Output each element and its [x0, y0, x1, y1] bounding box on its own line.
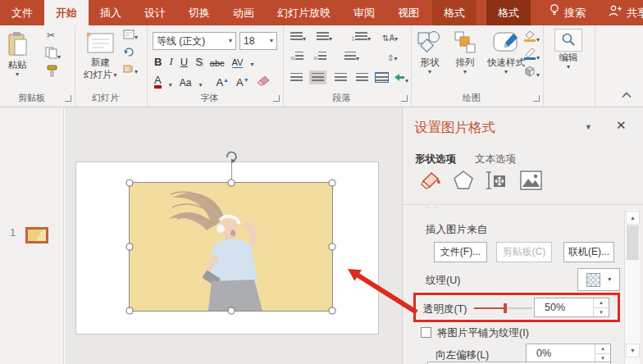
arrange-dropdown[interactable]: ▾	[463, 69, 467, 75]
resize-handle-s[interactable]	[227, 307, 235, 315]
font-dialog-launcher[interactable]	[273, 95, 280, 102]
smartart-convert-button[interactable]: ▾	[394, 73, 408, 85]
spin-down-icon[interactable]: ▼	[594, 307, 609, 317]
bullets-button[interactable]: ▾	[290, 32, 306, 43]
collapse-ribbon-button[interactable]	[622, 87, 632, 102]
fill-line-icon[interactable]	[419, 169, 442, 192]
shape-outline-button[interactable]: ▾	[523, 48, 540, 62]
tell-me-search[interactable]: 搜索	[537, 0, 597, 25]
share-button[interactable]: 共享	[597, 0, 643, 25]
underline-button[interactable]: U	[180, 56, 188, 68]
columns-button[interactable]: ▾	[344, 52, 359, 63]
paste-button[interactable]: 粘贴 ▾	[7, 31, 28, 78]
font-size-select[interactable]: 18▾	[239, 32, 277, 50]
tab-view[interactable]: 视图	[386, 0, 431, 25]
editing-button[interactable]: 编辑 ▾	[554, 29, 582, 71]
tab-transitions[interactable]: 切换	[177, 0, 221, 25]
slide-thumbnail-1[interactable]	[25, 227, 48, 243]
tab-review[interactable]: 审阅	[342, 0, 386, 25]
rotation-handle[interactable]	[224, 149, 239, 167]
format-painter-button[interactable]	[46, 65, 58, 80]
increase-indent-button[interactable]: »	[313, 52, 326, 63]
font-color-button[interactable]: A	[154, 75, 162, 89]
clear-formatting-button[interactable]	[257, 75, 270, 89]
change-case-dropdown[interactable]: ▾	[198, 82, 202, 89]
copy-button[interactable]: ▾	[45, 47, 61, 61]
shape-effects-button[interactable]: ▾	[523, 66, 540, 80]
align-text-button[interactable]: ⇳▾	[387, 52, 397, 63]
shapes-button[interactable]: 形状 ▾	[416, 30, 444, 75]
tab-format-picture[interactable]: 格式	[486, 0, 531, 25]
quick-styles-dropdown[interactable]: ▾	[504, 69, 508, 75]
strikethrough-button[interactable]: abc	[210, 58, 225, 68]
tab-format-drawing[interactable]: 格式	[432, 0, 477, 25]
transparency-slider[interactable]	[474, 307, 532, 309]
decrease-indent-button[interactable]: «	[290, 52, 303, 63]
slide-editing-area[interactable]	[65, 107, 402, 364]
justify-button[interactable]	[356, 73, 368, 84]
paste-dropdown-arrow[interactable]: ▾	[16, 71, 19, 78]
text-direction-button[interactable]: ⇅A▾	[382, 32, 398, 43]
resize-handle-nw[interactable]	[126, 180, 134, 187]
tab-slideshow[interactable]: 幻灯片放映	[266, 0, 342, 25]
resize-handle-e[interactable]	[329, 243, 336, 251]
char-spacing-dropdown[interactable]: ▾	[250, 61, 253, 68]
resize-handle-n[interactable]	[227, 180, 235, 187]
quick-styles-button[interactable]: 快速样式 ▾	[487, 30, 525, 75]
transparency-spinbox[interactable]: 50% ▲▼	[534, 298, 609, 317]
section-button[interactable]: ▾	[123, 64, 138, 76]
transparency-slider-handle[interactable]	[504, 303, 507, 313]
tab-home[interactable]: 开始	[44, 0, 89, 25]
distribute-text-button[interactable]	[376, 73, 388, 84]
effects-icon[interactable]	[452, 169, 475, 192]
bold-button[interactable]: B	[154, 56, 162, 68]
shapes-dropdown[interactable]: ▾	[428, 69, 431, 75]
scroll-down-button[interactable]: ▼	[626, 344, 640, 357]
slide[interactable]	[76, 162, 378, 334]
resize-handle-w[interactable]	[126, 243, 134, 251]
pane-tab-shape-options[interactable]: 形状选项	[415, 152, 456, 166]
shape-fill-button[interactable]: ▾	[523, 30, 540, 44]
cut-button[interactable]: ✂	[47, 30, 55, 41]
pane-scrollbar[interactable]: ▲ ▼	[624, 209, 640, 364]
italic-button[interactable]: I	[169, 55, 172, 68]
resize-handle-sw[interactable]	[126, 307, 134, 315]
arrange-button[interactable]: 排列 ▾	[453, 30, 477, 75]
tab-animations[interactable]: 动画	[221, 0, 266, 25]
offset-left-spinbox[interactable]: 0% ▲▼	[526, 344, 611, 363]
reset-slide-button[interactable]	[123, 47, 135, 60]
tab-insert[interactable]: 插入	[89, 0, 133, 25]
line-spacing-button[interactable]: ↕▾	[351, 32, 371, 43]
pane-close-button[interactable]: ✕	[616, 118, 627, 133]
picture-options-icon[interactable]	[519, 169, 542, 192]
change-case-button[interactable]: Aa	[180, 77, 192, 89]
selected-picture[interactable]	[130, 183, 332, 311]
align-left-button[interactable]	[290, 73, 303, 84]
tab-file[interactable]: 文件	[0, 0, 44, 25]
shrink-font-button[interactable]: A▼	[236, 76, 249, 89]
spin-up-icon[interactable]: ▲	[594, 298, 609, 307]
insert-from-online-button[interactable]: 联机(E)...	[563, 242, 614, 262]
text-shadow-button[interactable]: S	[195, 56, 203, 68]
pane-tab-text-options[interactable]: 文本选项	[475, 152, 516, 166]
tab-design[interactable]: 设计	[133, 0, 177, 25]
insert-from-clipboard-button[interactable]: 剪贴板(C)	[496, 242, 552, 262]
scroll-up-button[interactable]: ▲	[626, 211, 640, 225]
spin-up-icon[interactable]: ▲	[595, 344, 610, 353]
clipboard-dialog-launcher[interactable]	[65, 95, 71, 102]
resize-handle-se[interactable]	[329, 307, 336, 315]
font-color-dropdown[interactable]: ▾	[169, 82, 172, 89]
paragraph-dialog-launcher[interactable]	[401, 95, 408, 102]
grow-font-button[interactable]: A▲	[216, 76, 229, 89]
char-spacing-button[interactable]: AV	[232, 57, 244, 68]
resize-handle-ne[interactable]	[329, 180, 336, 187]
numbering-button[interactable]: ▾	[317, 32, 332, 43]
new-slide-button[interactable]: ✳ 新建 幻灯片▾	[84, 30, 117, 81]
texture-dropdown-button[interactable]: ▾	[577, 268, 620, 291]
drawing-dialog-launcher[interactable]	[533, 95, 540, 102]
editing-dropdown[interactable]: ▾	[567, 64, 570, 71]
insert-from-file-button[interactable]: 文件(F)...	[434, 242, 487, 262]
align-center-button[interactable]	[312, 73, 324, 84]
align-right-button[interactable]	[335, 73, 347, 84]
size-properties-icon[interactable]	[485, 169, 508, 192]
